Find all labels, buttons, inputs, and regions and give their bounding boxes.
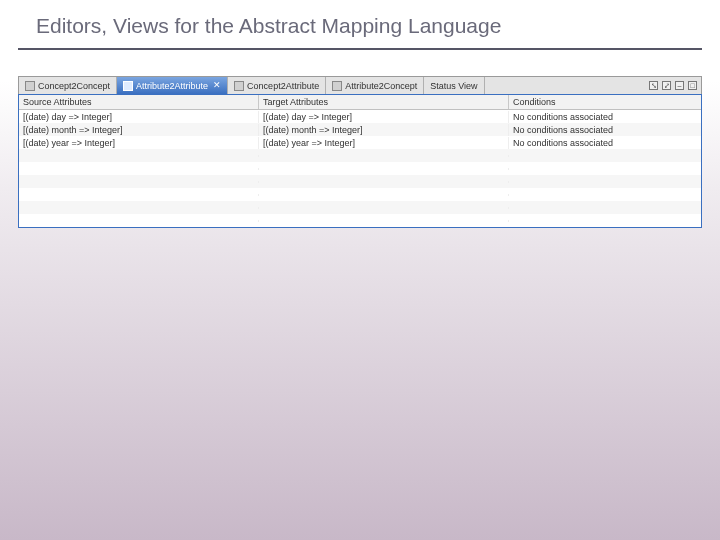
swap-icon[interactable]: ⤢ (662, 81, 671, 90)
tab-attribute2concept[interactable]: Attribute2Concept (326, 77, 424, 94)
cell-target: [(date) month => Integer] (259, 124, 509, 136)
tab-actions: ⤡ ⤢ – □ (645, 77, 701, 94)
tab-label: Attribute2Concept (345, 81, 417, 91)
table-body: [(date) day => Integer] [(date) day => I… (19, 110, 701, 227)
tab-spacer (485, 77, 645, 94)
table-header: Source Attributes Target Attributes Cond… (19, 95, 701, 110)
col-target-header[interactable]: Target Attributes (259, 95, 509, 109)
cell-conditions: No conditions associated (509, 137, 701, 149)
tab-status-view[interactable]: Status View (424, 77, 484, 94)
col-source-header[interactable]: Source Attributes (19, 95, 259, 109)
tab-label: Status View (430, 81, 477, 91)
table-row-empty[interactable] (19, 214, 701, 227)
file-icon (123, 81, 133, 91)
file-icon (25, 81, 35, 91)
table-row-empty[interactable] (19, 175, 701, 188)
tab-label: Concept2Concept (38, 81, 110, 91)
table-row[interactable]: [(date) month => Integer] [(date) month … (19, 123, 701, 136)
file-icon (332, 81, 342, 91)
col-conditions-header[interactable]: Conditions (509, 95, 701, 109)
editor-panel: Concept2Concept Attribute2Attribute ✕ Co… (18, 76, 702, 228)
tab-attribute2attribute[interactable]: Attribute2Attribute ✕ (117, 77, 228, 94)
cell-target: [(date) year => Integer] (259, 137, 509, 149)
tab-bar: Concept2Concept Attribute2Attribute ✕ Co… (18, 76, 702, 94)
cell-source: [(date) month => Integer] (19, 124, 259, 136)
cell-source: [(date) day => Integer] (19, 111, 259, 123)
table-row[interactable]: [(date) day => Integer] [(date) day => I… (19, 110, 701, 123)
title-underline (18, 48, 702, 50)
tab-concept2concept[interactable]: Concept2Concept (19, 77, 117, 94)
close-icon[interactable]: ✕ (211, 81, 221, 90)
tab-label: Concept2Attribute (247, 81, 319, 91)
table-row-empty[interactable] (19, 162, 701, 175)
table-row[interactable]: [(date) year => Integer] [(date) year =>… (19, 136, 701, 149)
table-row-empty[interactable] (19, 201, 701, 214)
mapping-table: Source Attributes Target Attributes Cond… (18, 94, 702, 228)
cell-conditions: No conditions associated (509, 111, 701, 123)
cell-conditions: No conditions associated (509, 124, 701, 136)
table-row-empty[interactable] (19, 149, 701, 162)
slide-title: Editors, Views for the Abstract Mapping … (0, 0, 720, 48)
cell-source: [(date) year => Integer] (19, 137, 259, 149)
tab-label: Attribute2Attribute (136, 81, 208, 91)
cell-target: [(date) day => Integer] (259, 111, 509, 123)
restore-icon[interactable]: ⤡ (649, 81, 658, 90)
file-icon (234, 81, 244, 91)
tab-concept2attribute[interactable]: Concept2Attribute (228, 77, 326, 94)
minimize-icon[interactable]: – (675, 81, 684, 90)
maximize-icon[interactable]: □ (688, 81, 697, 90)
table-row-empty[interactable] (19, 188, 701, 201)
